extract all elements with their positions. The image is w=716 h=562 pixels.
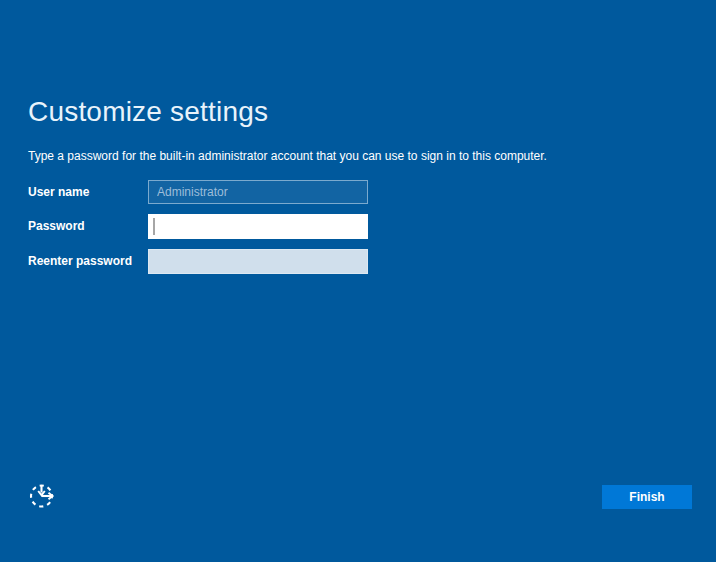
reenter-password-label: Reenter password [28,249,146,273]
finish-button[interactable]: Finish [602,485,692,509]
username-label: User name [28,180,146,204]
password-input[interactable] [149,215,367,238]
username-field [148,180,368,204]
reenter-password-field [148,249,368,274]
page-subtitle: Type a password for the built-in adminis… [28,149,547,163]
oobe-customize-settings-screen: Customize settings Type a password for t… [0,0,716,562]
password-label: Password [28,214,146,238]
ease-of-access-icon [28,498,58,513]
ease-of-access-button[interactable] [27,480,59,512]
text-caret [153,218,155,235]
page-title: Customize settings [28,96,268,128]
password-field[interactable] [148,214,368,239]
